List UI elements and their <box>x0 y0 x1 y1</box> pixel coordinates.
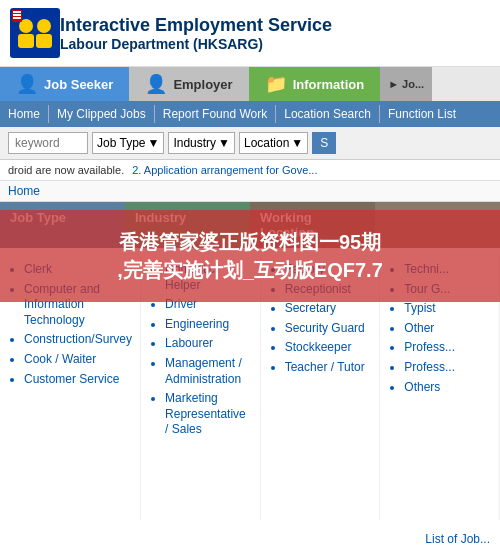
list-item[interactable]: Teacher / Tutor <box>285 360 372 376</box>
keyword-input[interactable] <box>8 132 88 154</box>
location-dropdown[interactable]: Location ▼ <box>239 132 308 154</box>
footer-area: List of Job... <box>0 528 500 550</box>
ticker-link-2[interactable]: 2. Application arrangement for Gove... <box>132 164 317 176</box>
list-item[interactable]: Security Guard <box>285 321 372 337</box>
list-item[interactable]: Construction/Survey <box>24 332 132 348</box>
list-item[interactable]: Typist <box>404 301 491 317</box>
site-subtitle: Labour Department (HKSARG) <box>60 36 332 52</box>
breadcrumb: Home <box>0 181 500 202</box>
list-item[interactable]: Labourer <box>165 336 252 352</box>
list-item[interactable]: Stockkeeper <box>285 340 372 356</box>
list-item[interactable]: Secretary <box>285 301 372 317</box>
job-seeker-icon: 👤 <box>16 73 38 95</box>
svg-rect-8 <box>13 17 21 19</box>
industry-chevron-icon: ▼ <box>218 136 230 150</box>
svg-rect-7 <box>13 14 21 16</box>
svg-rect-6 <box>13 11 21 13</box>
info-folder-icon: 📁 <box>265 73 287 95</box>
list-item[interactable]: Marketing Representative / Sales <box>165 391 252 438</box>
list-item[interactable]: Cook / Waiter <box>24 352 132 368</box>
tab-employer[interactable]: 👤 Employer <box>129 67 248 101</box>
overlay-line2: ,完善实施计划_互动版EQF7.7 <box>10 256 490 284</box>
tab-job-seeker-label: Job Seeker <box>44 77 113 92</box>
search-button[interactable]: S <box>312 132 336 154</box>
search-bar: Job Type ▼ Industry ▼ Location ▼ S <box>0 127 500 160</box>
tab-information-label: Information <box>293 77 365 92</box>
list-of-jobs-link[interactable]: List of Job... <box>425 532 490 546</box>
svg-rect-4 <box>36 34 52 48</box>
industry-dropdown[interactable]: Industry ▼ <box>168 132 235 154</box>
tab-information[interactable]: 📁 Information <box>249 67 381 101</box>
menu-clipped-jobs[interactable]: My Clipped Jobs <box>49 105 155 123</box>
header-text: Interactive Employment Service Labour De… <box>60 15 332 52</box>
overlay-line1: 香港管家婆正版资料图一95期 <box>10 228 490 256</box>
list-item[interactable]: Management / Administration <box>165 356 252 387</box>
page-header: Interactive Employment Service Labour De… <box>0 0 500 67</box>
main-content: Job Type Industry Working Location 香港管家婆… <box>0 202 500 550</box>
list-item[interactable]: Customer Service <box>24 372 132 388</box>
job-type-dropdown[interactable]: Job Type ▼ <box>92 132 164 154</box>
nav-tabs: 👤 Job Seeker 👤 Employer 📁 Information ► … <box>0 67 500 101</box>
location-chevron-icon: ▼ <box>291 136 303 150</box>
tab-employer-label: Employer <box>173 77 232 92</box>
menu-home[interactable]: Home <box>0 105 49 123</box>
tab-more-label: ► Jo... <box>388 78 424 90</box>
industry-dropdown-label: Industry <box>173 136 216 150</box>
ticker-item-1: droid are now available. <box>8 164 124 176</box>
menu-report-work[interactable]: Report Found Work <box>155 105 277 123</box>
menu-bar: Home My Clipped Jobs Report Found Work L… <box>0 101 500 127</box>
menu-function-list[interactable]: Function List <box>380 105 464 123</box>
ticker-bar: droid are now available. 2. Application … <box>0 160 500 181</box>
list-item[interactable]: Other <box>404 321 491 337</box>
job-type-dropdown-label: Job Type <box>97 136 145 150</box>
tab-job-seeker[interactable]: 👤 Job Seeker <box>0 67 129 101</box>
site-title: Interactive Employment Service <box>60 15 332 36</box>
menu-location-search[interactable]: Location Search <box>276 105 380 123</box>
job-type-chevron-icon: ▼ <box>147 136 159 150</box>
list-item[interactable]: Profess... <box>404 360 491 376</box>
svg-point-2 <box>37 19 51 33</box>
logo <box>10 8 60 58</box>
list-item[interactable]: Profess... <box>404 340 491 356</box>
location-dropdown-label: Location <box>244 136 289 150</box>
ticker-item-2[interactable]: 2. Application arrangement for Gove... <box>132 164 317 176</box>
breadcrumb-home[interactable]: Home <box>8 184 40 198</box>
list-item[interactable]: Engineering <box>165 317 252 333</box>
tab-more[interactable]: ► Jo... <box>380 67 432 101</box>
employer-icon: 👤 <box>145 73 167 95</box>
overlay-watermark: 香港管家婆正版资料图一95期 ,完善实施计划_互动版EQF7.7 <box>0 210 500 302</box>
list-item[interactable]: Others <box>404 380 491 396</box>
svg-rect-3 <box>18 34 34 48</box>
